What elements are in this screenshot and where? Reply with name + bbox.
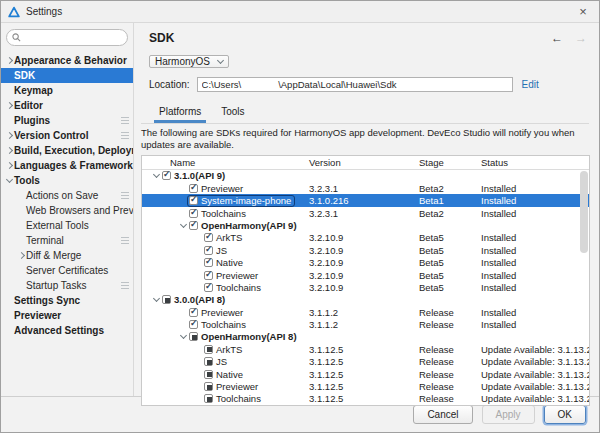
- chevron-right-icon[interactable]: [16, 253, 26, 258]
- checkbox-checked[interactable]: [189, 184, 198, 193]
- checkbox-indeterminate[interactable]: [204, 382, 213, 391]
- version-cell: 3.2.3.1: [309, 208, 419, 219]
- table-row-system-image-phone[interactable]: System-image-phone3.1.0.216Beta1Installe…: [142, 194, 589, 206]
- sdk-item-label: Native: [216, 369, 243, 380]
- table-row-toolchains[interactable]: Toolchains3.1.1.2ReleaseInstalled: [142, 318, 589, 330]
- table-row-toolchains[interactable]: Toolchains3.2.10.9Beta5Installed: [142, 281, 589, 293]
- chevron-right-icon[interactable]: [4, 58, 14, 63]
- checkbox-indeterminate[interactable]: [189, 332, 198, 341]
- sdk-type-dropdown[interactable]: HarmonyOS: [149, 55, 229, 68]
- close-icon[interactable]: ×: [574, 2, 592, 22]
- stage-cell: Release: [419, 393, 481, 404]
- checkbox-indeterminate[interactable]: [162, 295, 171, 304]
- sidebar-item-startup-tasks[interactable]: Startup Tasks: [1, 278, 133, 293]
- sidebar-item-build-execution-deployment[interactable]: Build, Execution, Deployment: [1, 143, 133, 158]
- sdk-item-label: Previewer: [201, 183, 243, 194]
- table-row-native[interactable]: Native3.1.12.5ReleaseUpdate Available: 3…: [142, 368, 589, 380]
- sidebar-item-label: Settings Sync: [14, 295, 80, 306]
- table-row-3-0-0-api-8[interactable]: 3.0.0(API 8): [142, 294, 589, 306]
- chevron-down-icon[interactable]: [151, 174, 162, 177]
- chevron-down-icon[interactable]: [151, 298, 162, 301]
- settings-search-box[interactable]: [6, 29, 128, 46]
- forward-arrow-icon[interactable]: →: [575, 31, 587, 45]
- location-input[interactable]: [197, 77, 513, 92]
- table-row-previewer[interactable]: Previewer3.1.12.5ReleaseUpdate Available…: [142, 380, 589, 392]
- table-row-toolchains[interactable]: Toolchains3.1.12.5ReleaseUpdate Availabl…: [142, 393, 589, 405]
- sidebar-item-version-control[interactable]: Version Control: [1, 128, 133, 143]
- checkbox-checked[interactable]: [189, 320, 198, 329]
- apply-button[interactable]: Apply: [482, 405, 535, 424]
- sidebar-item-editor[interactable]: Editor: [1, 98, 133, 113]
- table-row-openharmony-api-8[interactable]: OpenHarmony(API 8): [142, 331, 589, 343]
- sidebar-item-plugins[interactable]: Plugins: [1, 113, 133, 128]
- chevron-right-icon[interactable]: [4, 163, 14, 168]
- sidebar-item-web-browsers-and-preview[interactable]: Web Browsers and Preview: [1, 203, 133, 218]
- chevron-right-icon[interactable]: [4, 103, 14, 108]
- sidebar-item-languages-frameworks[interactable]: Languages & Frameworks: [1, 158, 133, 173]
- checkbox-checked[interactable]: [189, 308, 198, 317]
- chevron-right-icon[interactable]: [4, 133, 14, 138]
- sidebar-item-previewer[interactable]: Previewer: [1, 308, 133, 323]
- table-row-previewer[interactable]: Previewer3.2.3.1Beta2Installed: [142, 182, 589, 194]
- back-arrow-icon[interactable]: ←: [551, 31, 563, 45]
- cancel-button[interactable]: Cancel: [413, 405, 472, 424]
- ok-button[interactable]: OK: [544, 405, 586, 424]
- sidebar-item-appearance-behavior[interactable]: Appearance & Behavior: [1, 53, 133, 68]
- tab-bar: Platforms Tools: [141, 103, 589, 124]
- sidebar-item-external-tools[interactable]: External Tools: [1, 218, 133, 233]
- stage-cell: Beta5: [419, 232, 481, 243]
- checkbox-indeterminate[interactable]: [204, 345, 213, 354]
- table-row-js[interactable]: JS3.1.12.5ReleaseUpdate Available: 3.1.1…: [142, 356, 589, 368]
- checkbox-indeterminate[interactable]: [204, 394, 213, 403]
- checkbox-checked[interactable]: [189, 196, 198, 205]
- checkbox-checked[interactable]: [204, 246, 213, 255]
- sdk-table: Name Version Stage Status 3.1.0(API 9)Pr…: [141, 155, 590, 406]
- sidebar-item-server-certificates[interactable]: Server Certificates: [1, 263, 133, 278]
- sidebar-item-sdk[interactable]: SDK: [1, 68, 133, 83]
- status-cell: Installed: [481, 319, 589, 330]
- tab-platforms[interactable]: Platforms: [149, 103, 211, 123]
- table-row-toolchains[interactable]: Toolchains3.2.3.1Beta2Installed: [142, 207, 589, 219]
- table-row-3-1-0-api-9[interactable]: 3.1.0(API 9): [142, 170, 589, 182]
- edit-link[interactable]: Edit: [522, 79, 539, 90]
- sdk-item-label: Previewer: [201, 307, 243, 318]
- search-icon: [12, 33, 21, 42]
- sidebar-item-tools[interactable]: Tools: [1, 173, 133, 188]
- sidebar-item-keymap[interactable]: Keymap: [1, 83, 133, 98]
- checkbox-indeterminate[interactable]: [204, 357, 213, 366]
- table-row-js[interactable]: JS3.2.10.9Beta5Installed: [142, 244, 589, 256]
- checkbox-checked[interactable]: [189, 221, 198, 230]
- checkbox-checked[interactable]: [162, 171, 171, 180]
- sdk-item-label: ArkTS: [216, 232, 242, 243]
- checkbox-checked[interactable]: [204, 258, 213, 267]
- search-input[interactable]: [21, 32, 122, 43]
- chevron-down-icon[interactable]: [178, 335, 189, 338]
- sdk-item-label: System-image-phone: [201, 195, 291, 206]
- sidebar-item-settings-sync[interactable]: Settings Sync: [1, 293, 133, 308]
- table-row-openharmony-api-9[interactable]: OpenHarmony(API 9): [142, 219, 589, 231]
- table-row-previewer[interactable]: Previewer3.1.1.2ReleaseInstalled: [142, 306, 589, 318]
- version-cell: 3.1.1.2: [309, 319, 419, 330]
- checkbox-checked[interactable]: [204, 271, 213, 280]
- checkbox-checked[interactable]: [204, 283, 213, 292]
- checkbox-checked[interactable]: [189, 209, 198, 218]
- status-cell: Update Available: 3.1.13.2: [481, 393, 589, 404]
- sidebar-item-terminal[interactable]: Terminal: [1, 233, 133, 248]
- checkbox-checked[interactable]: [204, 233, 213, 242]
- sidebar-item-diff-merge[interactable]: Diff & Merge: [1, 248, 133, 263]
- chevron-down-icon[interactable]: [178, 224, 189, 227]
- table-row-previewer[interactable]: Previewer3.2.10.9Beta5Installed: [142, 269, 589, 281]
- table-row-native[interactable]: Native3.2.10.9Beta5Installed: [142, 256, 589, 268]
- sdk-item-label: ArkTS: [216, 344, 242, 355]
- checkbox-indeterminate[interactable]: [204, 370, 213, 379]
- table-scrollbar-thumb[interactable]: [580, 171, 588, 253]
- table-row-arkts[interactable]: ArkTS3.2.10.9Beta5Installed: [142, 232, 589, 244]
- version-cell: 3.2.10.9: [309, 245, 419, 256]
- chevron-down-icon[interactable]: [4, 179, 14, 182]
- sidebar-item-actions-on-save[interactable]: Actions on Save: [1, 188, 133, 203]
- table-row-arkts[interactable]: ArkTS3.1.12.5ReleaseUpdate Available: 3.…: [142, 343, 589, 355]
- tab-tools[interactable]: Tools: [211, 103, 254, 123]
- chevron-right-icon[interactable]: [4, 148, 14, 153]
- sidebar-item-advanced-settings[interactable]: Advanced Settings: [1, 323, 133, 338]
- chevron-glyph: [5, 147, 12, 154]
